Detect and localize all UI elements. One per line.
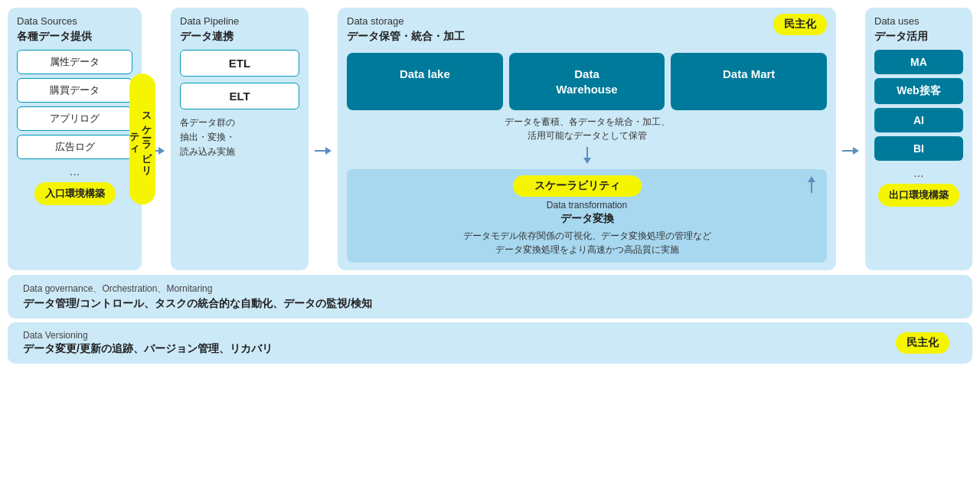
pipeline-boxes: ETL ELT <box>180 50 299 109</box>
dots: … <box>17 165 132 178</box>
scalability-vertical-pill: スケーラビリティ <box>129 73 155 205</box>
data-sources-section: Data Sources 各種データ提供 属性データ 購買データ アプリログ 広… <box>8 8 142 270</box>
main-container: Data Sources 各種データ提供 属性データ 購買データ アプリログ 広… <box>8 8 972 364</box>
versioning-section: Data Versioning データ変更/更新の追跡、バージョン管理、リカバリ… <box>8 322 972 364</box>
transform-note: データモデル依存関係の可視化、データ変換処理の管理などデータ変換処理をより高速か… <box>356 229 818 256</box>
bottom-sections: Data governance、Orchestration、Mornitarin… <box>8 275 972 364</box>
up-arrow-icon <box>805 176 818 193</box>
use-item-ma: MA <box>874 50 963 74</box>
storage-header: Data storage データ保管・統合・加工 <box>347 15 766 50</box>
list-item: アプリログ <box>17 106 132 131</box>
governance-title: Data governance、Orchestration、Mornitarin… <box>23 282 957 296</box>
uses-subtitle: データ活用 <box>874 30 963 44</box>
storage-boxes: Data lake DataWarehouse Data Mart <box>347 53 827 110</box>
exit-pill: 出口環境構築 <box>878 184 959 207</box>
storage-bottom: スケーラビリティ Data transformation データ変換 データモデ… <box>347 169 827 263</box>
storage-subtitle: データ保管・統合・加工 <box>347 30 766 44</box>
uses-title: Data uses <box>874 15 963 27</box>
etl-box: ETL <box>180 50 299 77</box>
scalability-horizontal-pill: スケーラビリティ <box>513 175 642 197</box>
use-item-bi: BI <box>874 136 963 161</box>
data-pipeline-section: Data Pipeline データ連携 ETL ELT 各データ群の抽出・変換・… <box>171 8 309 270</box>
minshu-badge-bottom: 民主化 <box>896 332 949 354</box>
svg-marker-1 <box>158 147 165 155</box>
uses-dots: … <box>874 167 963 179</box>
storage-title: Data storage <box>347 15 766 27</box>
pipeline-note: 各データ群の抽出・変換・読み込み実施 <box>180 116 299 160</box>
list-item: 属性データ <box>17 50 132 74</box>
data-uses-section: Data uses データ活用 MA Web接客 AI BI … 出口環境構築 <box>865 8 972 270</box>
data-sources-subtitle: 各種データ提供 <box>17 30 132 44</box>
svg-marker-7 <box>808 176 815 182</box>
storage-note: データを蓄積、各データを統合・加工、活用可能なデータとして保管 <box>347 115 827 142</box>
versioning-subtitle: データ変更/更新の追跡、バージョン管理、リカバリ <box>23 342 957 356</box>
data-sources-title: Data Sources <box>17 15 132 27</box>
svg-marker-3 <box>325 147 332 155</box>
transform-title: Data transformation <box>356 200 818 211</box>
down-arrow-icon <box>581 147 593 164</box>
governance-section: Data governance、Orchestration、Mornitarin… <box>8 275 972 318</box>
svg-marker-9 <box>853 147 859 155</box>
svg-marker-5 <box>583 158 591 164</box>
list-item: 広告ログ <box>17 135 132 159</box>
arrow-pipeline-storage <box>313 8 333 270</box>
right-arrow-icon <box>315 144 332 158</box>
data-lake-box: Data lake <box>347 53 503 110</box>
right-arrow-icon <box>842 144 859 158</box>
data-warehouse-box: DataWarehouse <box>509 53 665 110</box>
minshu-badge: 民主化 <box>773 14 827 35</box>
exit-pill-wrapper: 出口環境構築 <box>874 184 963 207</box>
pipeline-subtitle: データ連携 <box>180 30 299 44</box>
transform-subtitle: データ変換 <box>356 212 818 226</box>
data-storage-section: Data storage データ保管・統合・加工 民主化 Data lake D… <box>338 8 836 270</box>
uses-items: MA Web接客 AI BI <box>874 50 963 161</box>
top-row: Data Sources 各種データ提供 属性データ 購買データ アプリログ 広… <box>8 8 972 270</box>
pipeline-title: Data Pipeline <box>180 15 299 27</box>
governance-subtitle: データ管理/コントロール、タスクの統合的な自動化、データの監視/検知 <box>23 297 957 311</box>
use-item-web: Web接客 <box>874 78 963 104</box>
data-mart-box: Data Mart <box>671 53 827 110</box>
list-item: 購買データ <box>17 78 132 103</box>
storage-top: Data storage データ保管・統合・加工 民主化 <box>347 15 827 50</box>
elt-box: ELT <box>180 83 299 109</box>
versioning-title: Data Versioning <box>23 330 957 341</box>
entry-pill: 入口環境構築 <box>34 182 116 205</box>
bottom-pill: 入口環境構築 <box>17 182 132 205</box>
data-sources-items: 属性データ 購買データ アプリログ 広告ログ <box>17 50 132 159</box>
arrow-storage-uses <box>841 8 861 270</box>
use-item-ai: AI <box>874 108 963 132</box>
down-arrow <box>347 147 827 168</box>
